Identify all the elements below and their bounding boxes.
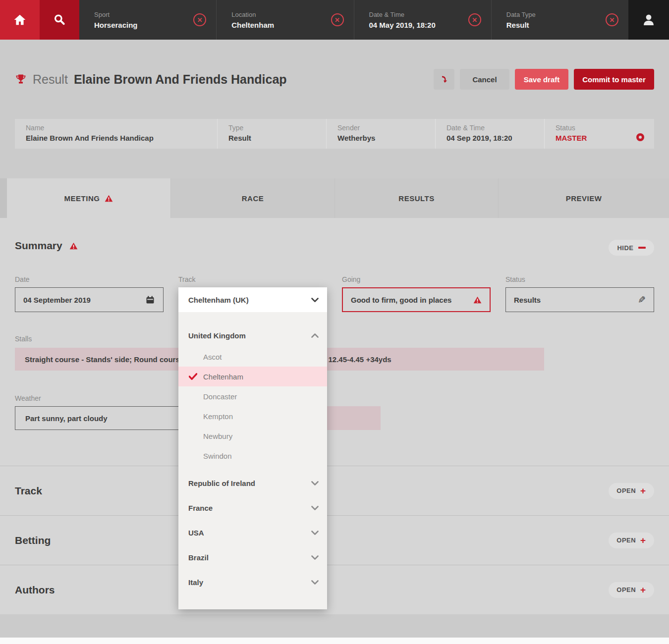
clear-filter-icon[interactable]: ✕ <box>193 13 206 26</box>
filter-chip-datetime: Date & Time 04 May 2019, 18:20 ✕ <box>354 0 491 40</box>
record-type-label: Result <box>33 72 68 87</box>
commit-to-master-button[interactable]: Commit to master <box>574 69 654 90</box>
tab-bar: MEETING RACE RESULTS PREVIEW <box>0 178 669 218</box>
filter-label: Sport <box>94 11 138 18</box>
tab-label: RACE <box>242 194 264 203</box>
tab-label: PREVIEW <box>566 194 602 203</box>
filter-text: Location Cheltenham <box>231 11 274 29</box>
status-field[interactable]: Results ✎ <box>505 287 654 312</box>
option-label: Ascot <box>203 353 222 361</box>
chevron-down-icon <box>311 555 319 560</box>
option-label: Kempton <box>203 412 233 421</box>
track-dropdown-menu: United Kingdom Ascot Cheltenham Doncaste… <box>178 312 327 609</box>
open-authors-button[interactable]: OPEN + <box>609 582 654 598</box>
top-bar: Sport Horseracing ✕ Location Cheltenham … <box>0 0 669 40</box>
group-usa[interactable]: USA <box>178 520 327 545</box>
option-swindon[interactable]: Swindon <box>178 446 327 466</box>
option-kempton[interactable]: Kempton <box>178 406 327 426</box>
date-field-label: Date <box>15 275 30 283</box>
warning-icon <box>473 296 482 304</box>
tab-meeting[interactable]: MEETING <box>7 178 170 218</box>
cancel-button[interactable]: Cancel <box>460 69 509 90</box>
open-label: OPEN <box>616 586 636 593</box>
chevron-up-icon <box>311 333 319 338</box>
group-united-kingdom[interactable]: United Kingdom <box>178 324 327 347</box>
home-button[interactable] <box>0 0 40 40</box>
date-value: 04 September 2019 <box>23 296 91 304</box>
filter-value: 04 May 2019, 18:20 <box>369 21 436 29</box>
option-ascot[interactable]: Ascot <box>178 347 327 367</box>
close-icon: ✕ <box>610 16 615 24</box>
bottom-strip <box>0 638 669 644</box>
chevron-down-icon <box>311 298 319 302</box>
hide-label: HIDE <box>617 244 633 252</box>
option-newbury[interactable]: Newbury <box>178 426 327 446</box>
info-value: Result <box>228 134 326 142</box>
info-label: Type <box>228 124 326 132</box>
tab-label: RESULTS <box>398 194 434 203</box>
option-cheltenham[interactable]: Cheltenham <box>178 367 327 386</box>
open-label: OPEN <box>616 487 636 494</box>
tab-preview[interactable]: PREVIEW <box>499 178 669 218</box>
status-field-label: Status <box>505 275 525 283</box>
warning-icon <box>105 195 113 202</box>
option-label: Cheltenham <box>203 373 243 381</box>
home-icon <box>13 13 26 26</box>
filter-value: Result <box>506 21 536 29</box>
group-france[interactable]: France <box>178 495 327 520</box>
section-betting: Betting OPEN + <box>0 515 669 565</box>
chevron-down-icon <box>311 481 319 485</box>
group-label: Republic of Ireland <box>188 479 255 487</box>
group-brazil[interactable]: Brazil <box>178 545 327 570</box>
info-label: Status <box>556 124 654 132</box>
going-value: Good to firm, good in places <box>351 296 451 304</box>
header-actions: Cancel Save draft Commit to master <box>434 69 654 90</box>
tab-results[interactable]: RESULTS <box>335 178 498 218</box>
clear-filter-icon[interactable]: ✕ <box>331 13 344 26</box>
tab-race[interactable]: RACE <box>171 178 334 218</box>
group-label: Brazil <box>188 553 209 562</box>
clear-filter-icon[interactable]: ✕ <box>606 13 618 26</box>
section-track: Track OPEN + <box>0 466 669 515</box>
going-field[interactable]: Good to firm, good in places <box>342 287 491 312</box>
filter-chip-sport: Sport Horseracing ✕ <box>79 0 216 40</box>
plus-icon: + <box>640 585 646 594</box>
open-track-button[interactable]: OPEN + <box>609 483 654 499</box>
group-label: France <box>188 504 213 512</box>
section-title: Betting <box>15 535 51 546</box>
hide-summary-button[interactable]: HIDE <box>609 240 654 256</box>
option-label: Newbury <box>203 432 232 440</box>
track-dropdown-toggle[interactable]: Cheltenham (UK) <box>178 287 327 312</box>
clear-filter-icon[interactable]: ✕ <box>468 13 481 26</box>
group-republic-of-ireland[interactable]: Republic of Ireland <box>178 471 327 495</box>
filter-value: Horseracing <box>94 21 138 29</box>
plus-icon: + <box>640 486 646 495</box>
save-draft-button[interactable]: Save draft <box>515 69 568 90</box>
option-label: Doncaster <box>203 392 237 401</box>
track-dropdown: Cheltenham (UK) United Kingdom Ascot Che… <box>178 287 327 609</box>
edit-icon: ✎ <box>638 294 646 306</box>
open-betting-button[interactable]: OPEN + <box>609 533 654 548</box>
group-label: USA <box>188 529 204 537</box>
summary-title: Summary <box>15 240 62 252</box>
date-field[interactable]: 04 September 2019 <box>15 287 164 312</box>
info-label: Sender <box>337 124 435 132</box>
close-icon: ✕ <box>334 16 340 24</box>
page-title: Elaine Brown And Friends Handicap <box>74 72 287 87</box>
search-button[interactable] <box>40 0 79 40</box>
flag-button[interactable] <box>434 69 454 90</box>
filter-text: Date & Time 04 May 2019, 18:20 <box>369 11 436 29</box>
option-doncaster[interactable]: Doncaster <box>178 386 327 406</box>
filter-chip-location: Location Cheltenham ✕ <box>216 0 353 40</box>
group-label: Italy <box>188 578 203 587</box>
user-menu-button[interactable] <box>628 0 669 40</box>
trophy-icon <box>15 73 27 85</box>
status-value: Results <box>514 296 541 304</box>
filter-label: Data Type <box>506 11 536 18</box>
page-header: Result Elaine Brown And Friends Handicap… <box>15 67 654 92</box>
chevron-down-icon <box>311 580 319 585</box>
chevron-down-icon <box>311 506 319 510</box>
filter-text: Data Type Result <box>506 11 536 29</box>
filter-chip-datatype: Data Type Result ✕ <box>491 0 628 40</box>
group-italy[interactable]: Italy <box>178 570 327 594</box>
